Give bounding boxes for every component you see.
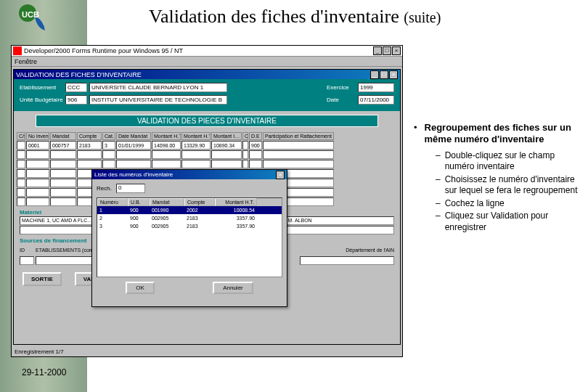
cell-part	[263, 141, 334, 150]
popup-grid-header: Numéro U.B. Mandat Compte Montant H.T.	[97, 198, 282, 206]
field-date[interactable]: 07/11/2000	[358, 95, 394, 105]
inner-close-button[interactable]: ×	[389, 70, 398, 79]
cell-montant: 10890.34	[211, 141, 242, 150]
close-button[interactable]: ×	[392, 46, 401, 55]
slide-title: Validation des fiches d'inventaire (suit…	[149, 6, 441, 28]
svg-text:UCB: UCB	[22, 10, 39, 19]
dash-icon: –	[436, 198, 441, 210]
col-c: C	[242, 132, 248, 140]
col-ht: Montant H.T.	[152, 132, 181, 140]
sources-right: Département de l'AIN	[346, 248, 394, 253]
status-line: Enregistrement 1/7	[15, 348, 64, 355]
sources-dept-field[interactable]	[300, 256, 394, 265]
row-checkbox[interactable]	[17, 197, 25, 206]
sub-bullet-text: Choisissez le numéro d'inventaire sur le…	[445, 174, 581, 197]
label-etablissement: Etablissement	[20, 84, 63, 91]
main-bullet-text: Regroupement des fiches sur un même numé…	[425, 122, 581, 146]
col-htr: Montant H.T.R.	[181, 132, 211, 140]
cell-noinv[interactable]: 0001	[26, 141, 49, 150]
dash-icon: –	[436, 174, 441, 197]
col-datemandat: Date Mandat	[116, 132, 151, 140]
row-checkbox[interactable]	[17, 141, 25, 150]
footer-date: 29-11-2000	[22, 367, 66, 377]
row-checkbox[interactable]	[17, 169, 25, 178]
popup-grid-row[interactable]: 3 900 002905 2183 3357.90	[97, 222, 282, 230]
cell-de: 900	[249, 141, 262, 150]
popup-grid[interactable]: Numéro U.B. Mandat Compte Montant H.T. 1…	[97, 197, 282, 277]
app-window: Developer/2000 Forms Runtime pour Window…	[11, 45, 403, 357]
popup-grid-row[interactable]: 1 900 001990 2002 10008.54	[97, 206, 282, 214]
grid-header: C/s No invent. Mandat Compte Cat. Date M…	[17, 132, 397, 140]
col-noinvent: No invent.	[26, 132, 49, 140]
field-etab-code[interactable]: CCC	[65, 83, 87, 92]
field-ub-name[interactable]: INSTITUT UNIVERSITAIRE DE TECHNOLOGIE B	[89, 95, 227, 105]
col-cat: Cat.	[102, 132, 115, 140]
popup-rech-input[interactable]: 0	[116, 184, 145, 193]
sub-bullet-text: Cochez la ligne	[445, 198, 505, 210]
sub-bullet: –Double-cliquez sur le champ numéro inve…	[436, 150, 581, 173]
cell-htr: 13329.90	[181, 141, 211, 150]
cell-c	[242, 141, 248, 150]
field-ub-code[interactable]: 906	[65, 95, 87, 105]
cell-cat: 3	[102, 141, 115, 150]
slide-title-suffix: (suite)	[404, 9, 441, 25]
popup-close-button[interactable]: ×	[276, 171, 285, 179]
app-titlebar[interactable]: Developer/2000 Forms Runtime pour Window…	[12, 46, 402, 57]
inner-title-text: VALIDATION DES FICHES D'INVENTAIRE	[16, 71, 142, 78]
sub-bullet: –Choisissez le numéro d'inventaire sur l…	[436, 174, 581, 197]
row-checkbox[interactable]	[17, 188, 25, 197]
main-bullet: • Regroupement des fiches sur un même nu…	[414, 122, 581, 146]
sources-hd-id: ID	[20, 248, 34, 253]
sub-bullet-text: Double-cliquez sur le champ numéro inven…	[445, 150, 581, 173]
inner-titlebar[interactable]: VALIDATION DES FICHES D'INVENTAIRE _ □ ×	[14, 70, 400, 79]
popup-col-mandat: Mandat	[150, 198, 184, 206]
app-title: Developer/2000 Forms Runtime pour Window…	[24, 47, 373, 54]
cell-mandat: 000757	[50, 141, 76, 150]
menubar[interactable]: Fenêtre	[12, 57, 402, 67]
label-date: Date	[327, 97, 356, 103]
inner-minimize-button[interactable]: _	[370, 70, 379, 79]
row-checkbox[interactable]	[17, 160, 25, 168]
popup-col-ub: U.B.	[128, 198, 150, 206]
popup-grid-row[interactable]: 2 900 002905 2183 3357.90	[97, 214, 282, 222]
grid-row[interactable]: 0001 000757 2183 3 01/01/1999 14098.00 1…	[17, 141, 397, 150]
section-heading: VALIDATION DES PIECES D'INVENTAIRE	[36, 115, 378, 127]
grid-row[interactable]	[17, 150, 397, 159]
label-exercice: Exercice	[327, 84, 356, 91]
field-exercice[interactable]: 1999	[358, 83, 394, 92]
cell-date: 01/01/1999	[116, 141, 151, 150]
popup-cancel-button[interactable]: Annuler	[213, 282, 253, 294]
popup-dialog: Liste des numéros d'inventaire × Rech. 0…	[91, 169, 287, 307]
minimize-button[interactable]: _	[373, 46, 382, 55]
inner-maximize-button[interactable]: □	[380, 70, 388, 79]
sub-bullet-text: Cliquez sur Validation pour enregistrer	[445, 211, 581, 233]
sortie-button[interactable]: SORTIE	[23, 272, 62, 286]
sub-bullet: –Cochez la ligne	[436, 198, 581, 210]
popup-ok-button[interactable]: OK	[126, 282, 155, 294]
materiel-person[interactable]: M. ALBON	[286, 216, 394, 225]
col-compte: Compte	[77, 132, 102, 140]
bullet-content: • Regroupement des fiches sur un même nu…	[414, 122, 581, 235]
grid-row[interactable]	[17, 160, 397, 168]
col-part: Participation et Rattachement	[263, 132, 334, 140]
popup-col-mht: Montant H.T.	[215, 198, 257, 206]
cell-compte: 2183	[77, 141, 102, 150]
col-de: D.E	[249, 132, 262, 140]
sources-id-field[interactable]	[20, 256, 34, 265]
popup-search-row: Rech. 0	[97, 184, 282, 193]
sub-bullet: –Cliquez sur Validation pour enregistrer	[436, 211, 581, 233]
popup-buttons: OK Annuler	[97, 282, 282, 294]
label-unite: Unité Budgétaire	[20, 97, 63, 103]
dash-icon: –	[436, 211, 441, 233]
popup-titlebar[interactable]: Liste des numéros d'inventaire ×	[92, 170, 287, 179]
cell-ht: 14098.00	[152, 141, 181, 150]
app-icon	[13, 46, 22, 55]
row-checkbox[interactable]	[17, 150, 25, 159]
form-header: Etablissement CCC UNIVERSITE CLAUDE BERN…	[14, 79, 400, 111]
popup-col-numero: Numéro	[97, 198, 128, 206]
field-etab-name[interactable]: UNIVERSITE CLAUDE BERNARD LYON 1	[89, 83, 227, 92]
dash-icon: –	[436, 150, 441, 173]
maximize-button[interactable]: □	[383, 46, 391, 55]
logo: UCB	[15, 0, 51, 36]
row-checkbox[interactable]	[17, 179, 25, 187]
